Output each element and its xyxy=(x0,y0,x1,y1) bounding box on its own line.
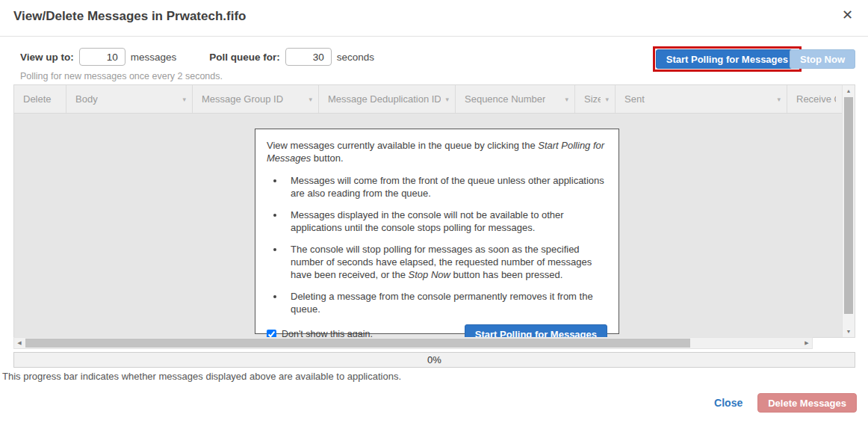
overlay-intro: View messages currently available in the… xyxy=(267,139,607,164)
column-header-label: Message Deduplication ID xyxy=(328,93,441,105)
overlay-bullet: The console will stop polling for messag… xyxy=(285,243,607,281)
vertical-scrollbar-thumb[interactable] xyxy=(844,97,853,314)
scroll-left-icon[interactable]: ◀ xyxy=(14,338,25,348)
red-annotation-highlight: Start Polling for Messages xyxy=(653,46,802,72)
text-segment: button. xyxy=(311,152,343,164)
sort-dropdown-icon[interactable]: ▾ xyxy=(309,96,312,103)
column-header-size[interactable]: Size▾ xyxy=(575,85,616,113)
sort-dropdown-icon[interactable]: ▾ xyxy=(777,96,781,103)
sort-dropdown-icon[interactable]: ▾ xyxy=(565,96,568,103)
column-header-sent[interactable]: Sent▾ xyxy=(616,85,787,113)
polling-controls: View up to: messages Poll queue for: sec… xyxy=(20,48,374,66)
poll-queue-input[interactable] xyxy=(285,48,332,66)
dialog-footer-actions: Close Delete Messages xyxy=(714,393,857,413)
start-polling-button[interactable]: Start Polling for Messages xyxy=(656,49,799,69)
table-header-row: DeleteBody▾Message Group ID▾Message Dedu… xyxy=(14,85,842,114)
sort-dropdown-icon[interactable]: ▾ xyxy=(182,96,186,103)
scroll-right-icon[interactable]: ▶ xyxy=(802,338,812,348)
column-header-label: Sequence Number xyxy=(465,93,545,105)
column-header-label: Receive Cou xyxy=(796,93,836,105)
progress-caption: This progress bar indicates whether mess… xyxy=(2,371,401,382)
polling-note: Polling for new messages once every 2 se… xyxy=(20,71,223,81)
column-header-sequence-number[interactable]: Sequence Number▾ xyxy=(456,85,575,113)
scroll-down-icon[interactable]: ▼ xyxy=(843,326,855,337)
sort-dropdown-icon[interactable]: ▾ xyxy=(605,96,609,103)
column-header-label: Message Group ID xyxy=(202,93,283,105)
messages-suffix-label: messages xyxy=(131,52,177,63)
overlay-bullet: Messages displayed in the console will n… xyxy=(285,209,607,234)
stop-now-button[interactable]: Stop Now xyxy=(790,49,855,69)
overlay-bullet: Messages will come from the front of the… xyxy=(285,174,607,200)
overlay-bullet: Deleting a message from the console perm… xyxy=(285,290,607,315)
column-header-body[interactable]: Body▾ xyxy=(66,85,193,113)
text-segment: Messages displayed in the console will n… xyxy=(291,209,564,233)
poll-queue-for-label: Poll queue for: xyxy=(209,52,280,63)
column-header-message-group-id[interactable]: Message Group ID▾ xyxy=(193,85,319,113)
delete-messages-button[interactable]: Delete Messages xyxy=(757,393,857,413)
emphasized-text: Stop Now xyxy=(409,269,450,280)
view-up-to-input[interactable] xyxy=(79,48,125,66)
text-segment: Messages will come from the front of the… xyxy=(291,175,604,199)
close-icon[interactable]: ✕ xyxy=(842,8,853,22)
column-header-label: Body xyxy=(75,93,98,105)
overlay-bullet-list: Messages will come from the front of the… xyxy=(285,174,607,324)
polling-help-overlay: View messages currently available in the… xyxy=(255,129,619,334)
polling-progress-bar: 0% xyxy=(13,352,855,368)
column-header-receive-count: Receive Cou xyxy=(787,85,842,113)
scroll-up-icon[interactable]: ▲ xyxy=(843,85,855,96)
column-header-message-deduplication-id[interactable]: Message Deduplication ID▾ xyxy=(319,85,456,113)
text-segment: button has been pressed. xyxy=(450,269,562,280)
view-up-to-label: View up to: xyxy=(20,52,74,63)
text-segment: View messages currently available in the… xyxy=(267,140,538,151)
column-header-label: Sent xyxy=(624,93,645,105)
dialog-title: View/Delete Messages in Prwatech.fifo xyxy=(13,9,246,24)
column-header-delete: Delete xyxy=(14,85,66,113)
seconds-suffix-label: seconds xyxy=(337,52,374,63)
text-segment: Deleting a message from the console perm… xyxy=(291,291,593,315)
sort-dropdown-icon[interactable]: ▾ xyxy=(445,96,449,103)
title-divider xyxy=(0,36,868,37)
horizontal-scrollbar-thumb[interactable] xyxy=(25,339,690,348)
column-header-label: Delete xyxy=(23,93,52,105)
close-button[interactable]: Close xyxy=(714,397,743,409)
vertical-scrollbar[interactable]: ▲ ▼ xyxy=(842,85,855,337)
column-header-label: Size xyxy=(584,93,601,105)
horizontal-scrollbar[interactable]: ◀ ▶ xyxy=(13,337,813,349)
messages-table: DeleteBody▾Message Group ID▾Message Dedu… xyxy=(13,84,855,338)
view-delete-messages-dialog: View/Delete Messages in Prwatech.fifo ✕ … xyxy=(0,0,868,426)
